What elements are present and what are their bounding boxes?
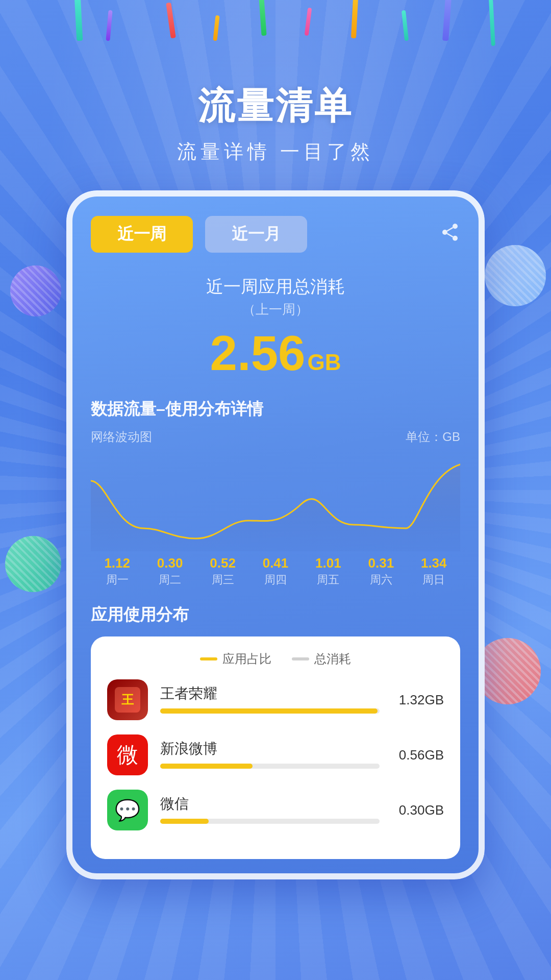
bar-fill-0 (160, 708, 378, 714)
chart-col-6: 1.34 周日 (408, 555, 460, 587)
chart-day-2: 周三 (196, 572, 249, 587)
header-area: 流量清单 流量详情 一目了然 (0, 0, 551, 190)
app-icon-0: 王 (107, 679, 148, 720)
chart-right-label: 单位：GB (406, 429, 460, 445)
legend-row: 应用占比 总消耗 (107, 651, 444, 667)
bar-track-1 (160, 764, 380, 769)
chart-val-1: 0.30 (143, 555, 196, 571)
chart-day-0: 周一 (91, 572, 143, 587)
chart-title: 数据流量–使用分布详情 (91, 398, 460, 421)
chart-col-0: 1.12 周一 (91, 555, 143, 587)
chart-col-1: 0.30 周二 (143, 555, 196, 587)
chart-day-5: 周六 (355, 572, 407, 587)
bar-container-2: 微信 (160, 794, 380, 826)
chart-day-6: 周日 (408, 572, 460, 587)
chart-area (91, 449, 460, 551)
legend-dot-yellow (200, 657, 217, 660)
svg-line-4 (447, 227, 453, 231)
chart-val-6: 1.34 (408, 555, 460, 571)
legend-total: 总消耗 (292, 651, 351, 667)
chart-col-2: 0.52 周三 (196, 555, 249, 587)
bar-track-0 (160, 708, 380, 714)
chart-section: 数据流量–使用分布详情 网络波动图 单位：GB 1.12 周一 (91, 398, 460, 587)
phone-card: 近一周 近一月 近一周应用总消耗 （上一周） 2.56 GB 数据流量–使用分布… (66, 190, 485, 879)
chart-meta: 网络波动图 单位：GB (91, 429, 460, 445)
app-name-1: 新浪微博 (160, 739, 380, 758)
app-row-inner-1: 新浪微博 0.56GB (160, 739, 444, 771)
svg-point-2 (453, 235, 458, 240)
bar-fill-2 (160, 819, 209, 824)
app-usage-card: 应用占比 总消耗 王 王者荣耀 1.32GB 微 (91, 636, 460, 859)
chart-day-3: 周四 (249, 572, 302, 587)
app-size-1: 0.56GB (388, 747, 444, 763)
app-size-2: 0.30GB (388, 802, 444, 818)
app-name-0: 王者荣耀 (160, 684, 380, 703)
app-row-inner-0: 王者荣耀 1.32GB (160, 684, 444, 716)
chart-val-2: 0.52 (196, 555, 249, 571)
legend-dot-gray (292, 657, 309, 660)
chart-labels: 1.12 周一 0.30 周二 0.52 周三 0.41 周四 1.01 周五 … (91, 555, 460, 587)
tab-month[interactable]: 近一月 (205, 216, 307, 253)
svg-point-0 (453, 224, 458, 229)
svg-point-1 (442, 230, 447, 235)
bar-container-0: 王者荣耀 (160, 684, 380, 716)
chart-col-5: 0.31 周六 (355, 555, 407, 587)
share-button[interactable] (440, 222, 460, 247)
app-list: 王 王者荣耀 1.32GB 微 新浪微博 0.56GB (107, 679, 444, 830)
chart-col-4: 1.01 周五 (302, 555, 355, 587)
chart-val-3: 0.41 (249, 555, 302, 571)
app-icon-2: 💬 (107, 790, 148, 830)
bar-container-1: 新浪微博 (160, 739, 380, 771)
app-usage-title: 应用使用分布 (91, 604, 460, 626)
legend-app-ratio: 应用占比 (200, 651, 271, 667)
total-label: 近一周应用总消耗 (91, 275, 460, 299)
tab-row: 近一周 近一月 (91, 216, 460, 253)
app-size-0: 1.32GB (388, 692, 444, 708)
app-row-inner-2: 微信 0.30GB (160, 794, 444, 826)
chart-day-4: 周五 (302, 572, 355, 587)
decoration-ball-left-mid (5, 536, 61, 592)
decoration-ball-right-top (485, 245, 546, 306)
page-subtitle: 流量详情 一目了然 (0, 139, 551, 165)
total-section: 近一周应用总消耗 （上一周） 2.56 GB (91, 275, 460, 378)
app-icon-1: 微 (107, 734, 148, 775)
svg-line-3 (447, 233, 453, 237)
app-row-0: 王 王者荣耀 1.32GB (107, 679, 444, 720)
chart-val-0: 1.12 (91, 555, 143, 571)
total-sublabel: （上一周） (91, 301, 460, 318)
total-number: 2.56 (210, 329, 306, 378)
page-title: 流量清单 (0, 82, 551, 131)
app-row-2: 💬 微信 0.30GB (107, 790, 444, 830)
tab-week[interactable]: 近一周 (91, 216, 193, 253)
app-name-2: 微信 (160, 794, 380, 814)
chart-left-label: 网络波动图 (91, 429, 152, 445)
bar-fill-1 (160, 764, 253, 769)
chart-day-1: 周二 (143, 572, 196, 587)
chart-val-5: 0.31 (355, 555, 407, 571)
app-row-1: 微 新浪微博 0.56GB (107, 734, 444, 775)
total-value: 2.56 GB (210, 329, 341, 378)
chart-col-3: 0.41 周四 (249, 555, 302, 587)
total-unit: GB (307, 351, 341, 374)
chart-val-4: 1.01 (302, 555, 355, 571)
bar-track-2 (160, 819, 380, 824)
decoration-ball-left-top (10, 265, 61, 316)
